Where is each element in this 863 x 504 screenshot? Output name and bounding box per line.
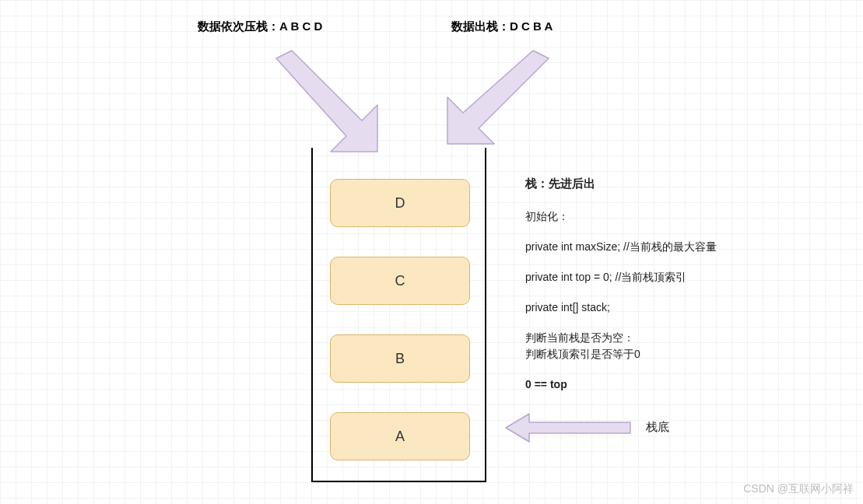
- notes-empty-label: 判断当前栈是否为空：: [525, 330, 805, 346]
- stack-cell-b: B: [330, 334, 470, 383]
- push-arrow-icon: [257, 47, 389, 156]
- pop-arrow-icon: [432, 47, 564, 156]
- stack-cell-d: D: [330, 179, 470, 227]
- svg-marker-0: [276, 51, 377, 152]
- pop-heading: 数据出栈：D C B A: [451, 19, 553, 34]
- push-heading: 数据依次压栈：A B C D: [198, 19, 322, 34]
- svg-marker-2: [506, 414, 630, 442]
- svg-marker-1: [447, 51, 549, 144]
- watermark: CSDN @互联网小阿祥: [743, 482, 854, 496]
- notes-panel: 栈：先进后出 初始化： private int maxSize; //当前栈的最…: [525, 175, 805, 393]
- notes-init-line2: private int top = 0; //当前栈顶索引: [525, 269, 805, 285]
- bottom-arrow-icon: [506, 412, 646, 443]
- notes-init-label: 初始化：: [525, 208, 805, 225]
- stack-container: D C B A: [311, 148, 486, 482]
- notes-init-line1: private int maxSize; //当前栈的最大容量: [525, 239, 805, 255]
- stack-bottom-label: 栈底: [646, 420, 669, 435]
- stack-cell-a: A: [330, 412, 470, 460]
- notes-empty-cond: 0 == top: [525, 376, 805, 393]
- notes-empty-line1: 判断栈顶索引是否等于0: [525, 346, 805, 362]
- notes-title: 栈：先进后出: [525, 175, 805, 193]
- notes-init-line3: private int[] stack;: [525, 299, 805, 316]
- stack-cell-c: C: [330, 257, 470, 305]
